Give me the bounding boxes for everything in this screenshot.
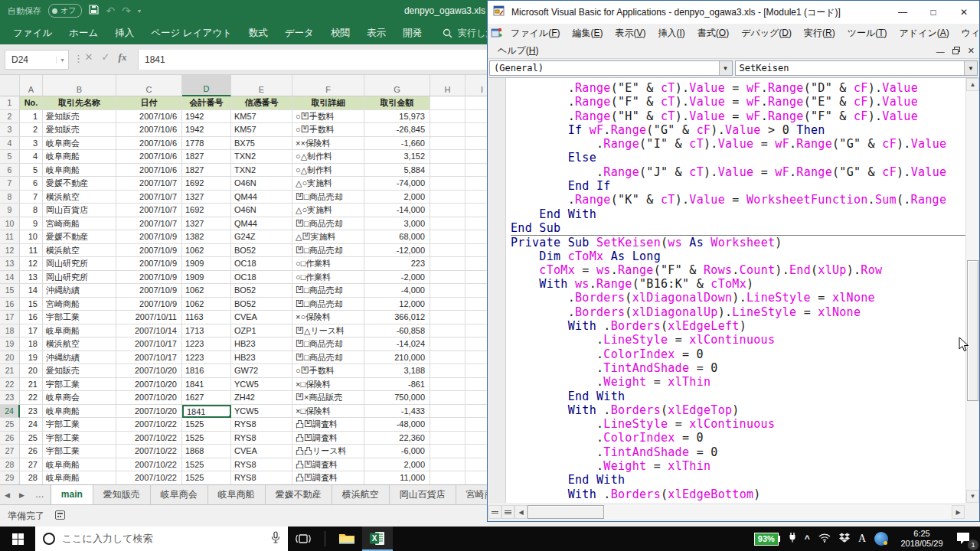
- grid-cell[interactable]: [430, 311, 466, 324]
- grid-cell[interactable]: 17: [20, 324, 43, 338]
- grid-cell[interactable]: 凸凹調査料: [292, 418, 364, 432]
- object-combo[interactable]: (General) ▼: [489, 60, 733, 76]
- grid-cell[interactable]: 13: [20, 271, 43, 285]
- grid-cell[interactable]: -1,660: [364, 137, 430, 151]
- grid-cell[interactable]: 1627: [182, 391, 231, 405]
- row-header[interactable]: 26: [0, 432, 20, 445]
- ribbon-tab[interactable]: 開発: [394, 21, 430, 44]
- grid-cell[interactable]: 1525: [182, 458, 231, 472]
- grid-cell[interactable]: OC18: [231, 271, 292, 285]
- grid-cell[interactable]: 2007/10/22: [116, 471, 182, 484]
- code-line[interactable]: .Weight = xlThin: [511, 375, 965, 389]
- code-line[interactable]: cToMx = ws.Range("F" & Rows.Count).End(x…: [511, 263, 965, 277]
- code-line[interactable]: Else: [511, 151, 965, 165]
- macro-record-icon[interactable]: [55, 510, 65, 522]
- grid-cell[interactable]: 2007/10/20: [116, 364, 182, 378]
- grid-cell[interactable]: ○凹手数料: [292, 123, 364, 137]
- ribbon-tab[interactable]: ページ レイアウト: [142, 21, 240, 44]
- grid-cell[interactable]: [430, 271, 466, 285]
- grid-cell[interactable]: 岐阜商船: [43, 405, 116, 419]
- grid-cell[interactable]: 1816: [182, 364, 231, 378]
- row-header[interactable]: 5: [0, 150, 20, 164]
- grid-cell[interactable]: 1909: [182, 257, 231, 271]
- vba-maximize-button[interactable]: □: [918, 1, 949, 24]
- grid-cell[interactable]: QM44: [231, 217, 292, 231]
- grid-cell[interactable]: -1,433: [364, 405, 430, 419]
- grid-cell[interactable]: RYS8: [231, 418, 292, 432]
- menu-item[interactable]: 編集(E): [567, 25, 608, 41]
- grid-cell[interactable]: 宇部工業: [43, 432, 116, 445]
- code-line[interactable]: .Borders(xlDiagonalDown).LineStyle = xlN…: [511, 291, 965, 305]
- grid-cell[interactable]: OZP1: [231, 324, 292, 338]
- grid-cell[interactable]: 凹×商品販売: [292, 391, 364, 405]
- grid-cell[interactable]: CVEA: [231, 311, 292, 324]
- grid-cell[interactable]: 3: [20, 137, 43, 151]
- grid-cell[interactable]: ×□保険料: [292, 405, 364, 419]
- object-combo-dropdown-icon[interactable]: ▼: [719, 61, 732, 75]
- grid-cell[interactable]: RYS8: [231, 458, 292, 472]
- grid-cell[interactable]: 14: [20, 284, 43, 298]
- grid-cell[interactable]: 2,000: [364, 191, 430, 204]
- file-explorer-button[interactable]: [332, 527, 362, 551]
- grid-cell[interactable]: 5: [20, 164, 43, 178]
- column-header[interactable]: B: [43, 75, 116, 96]
- grid-cell[interactable]: 1868: [182, 445, 231, 458]
- grid-cell[interactable]: 沖縄紡績: [43, 284, 116, 298]
- grid-cell[interactable]: [430, 150, 466, 164]
- column-header[interactable]: H: [430, 75, 466, 96]
- start-button[interactable]: [0, 527, 35, 551]
- row-header[interactable]: 20: [0, 351, 20, 365]
- menu-item[interactable]: ウィンドウ(W): [956, 25, 980, 41]
- code-line[interactable]: .LineStyle = xlContinuous: [511, 417, 965, 431]
- grid-cell[interactable]: 2007/10/9: [116, 298, 182, 311]
- row-header[interactable]: 9: [0, 204, 20, 217]
- grid-cell[interactable]: 2007/10/9: [116, 271, 182, 285]
- sheet-nav-right-icon[interactable]: ▶: [15, 485, 29, 504]
- row-header[interactable]: 27: [0, 445, 20, 458]
- taskbar-search[interactable]: ここに入力して検索: [35, 527, 288, 551]
- grid-cell[interactable]: [430, 284, 466, 298]
- grid-cell[interactable]: 68,000: [364, 230, 430, 244]
- name-box[interactable]: D24 ▾: [5, 50, 69, 70]
- grid-cell[interactable]: 取引詳細: [292, 96, 364, 110]
- grid-cell[interactable]: 27: [20, 458, 43, 472]
- code-line[interactable]: .TintAndShade = 0: [511, 445, 965, 459]
- row-header[interactable]: 29: [0, 471, 20, 484]
- grid-cell[interactable]: -74,000: [364, 177, 430, 191]
- grid-cell[interactable]: 26: [20, 445, 43, 458]
- horizontal-scrollbar[interactable]: ◀ ▶: [488, 505, 965, 519]
- grid-cell[interactable]: [430, 204, 466, 217]
- row-header[interactable]: 18: [0, 324, 20, 338]
- grid-cell[interactable]: O46N: [231, 204, 292, 217]
- grid-cell[interactable]: 2007/10/20: [116, 391, 182, 405]
- grid-cell[interactable]: [430, 244, 466, 258]
- grid-cell[interactable]: 1841: [182, 405, 231, 419]
- grid-cell[interactable]: 2,000: [364, 458, 430, 472]
- autosave-toggle[interactable]: オフ: [48, 4, 82, 18]
- grid-cell[interactable]: 1525: [182, 418, 231, 432]
- grid-cell[interactable]: 2007/10/22: [116, 432, 182, 445]
- grid-cell[interactable]: 凸凹調査料: [292, 471, 364, 484]
- column-header[interactable]: F: [292, 75, 364, 96]
- code-line[interactable]: .LineStyle = xlContinuous: [511, 333, 965, 347]
- sheet-nav-left-icon[interactable]: ◀: [0, 485, 15, 504]
- grid-cell[interactable]: -4,000: [364, 284, 430, 298]
- grid-cell[interactable]: 24: [20, 418, 43, 432]
- sheet-tab[interactable]: main: [51, 485, 93, 504]
- grid-cell[interactable]: 11,000: [364, 471, 430, 484]
- grid-cell[interactable]: 岐阜商船: [43, 150, 116, 164]
- grid-cell[interactable]: [430, 458, 466, 472]
- row-header[interactable]: 11: [0, 230, 20, 244]
- grid-cell[interactable]: 1827: [182, 164, 231, 178]
- grid-cell[interactable]: 凹□商品売却: [292, 217, 364, 231]
- grid-cell[interactable]: 2007/10/14: [116, 324, 182, 338]
- code-line[interactable]: Private Sub SetKeisen(ws As Worksheet): [511, 235, 965, 249]
- grid-cell[interactable]: 2007/10/6: [116, 150, 182, 164]
- grid-cell[interactable]: -2,000: [364, 271, 430, 285]
- grid-cell[interactable]: G24Z: [231, 230, 292, 244]
- cancel-entry-button[interactable]: ✕: [81, 51, 96, 63]
- code-line[interactable]: .Range("K" & cT).Value = WorksheetFuncti…: [511, 193, 965, 207]
- grid-cell[interactable]: -6,000: [364, 445, 430, 458]
- grid-cell[interactable]: 1841: [182, 378, 231, 392]
- grid-cell[interactable]: [430, 110, 466, 124]
